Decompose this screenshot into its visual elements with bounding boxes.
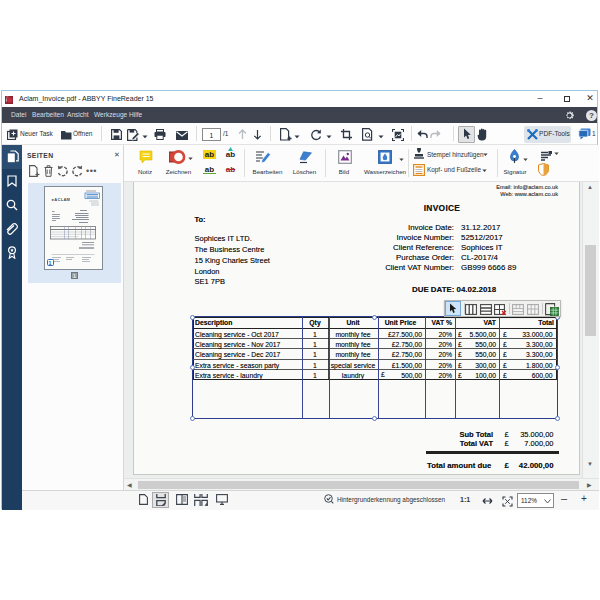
svg-text:▸ACLAM: ▸ACLAM [51, 197, 71, 202]
